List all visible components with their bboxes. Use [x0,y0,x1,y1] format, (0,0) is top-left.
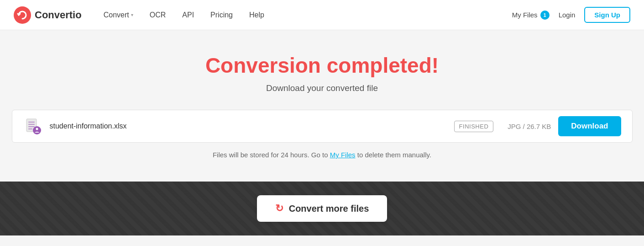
logo-icon [14,6,31,24]
status-badge: FINISHED [454,121,494,132]
my-files-label: My Files [512,11,538,19]
nav: Convert ▾ OCR API Pricing Help [95,0,512,30]
file-icon-area [23,117,42,136]
signup-button[interactable]: Sign Up [584,7,630,23]
refresh-icon: ↻ [275,203,283,214]
storage-note-text-before: Files will be stored for 24 hours. Go to [213,151,330,159]
main-content: Conversion completed! Download your conv… [0,30,644,182]
file-card: student-information.xlsx FINISHED JPG / … [12,110,633,143]
login-button[interactable]: Login [559,11,576,19]
header: Convertio Convert ▾ OCR API Pricing Help… [0,0,644,30]
logo-text: Convertio [35,9,82,21]
download-button[interactable]: Download [558,116,621,136]
file-type-icon [25,118,41,134]
svg-point-8 [36,128,38,130]
svg-rect-6 [28,128,32,129]
convert-more-label: Convert more files [289,203,369,214]
svg-rect-4 [28,124,35,125]
completion-subtitle: Download your converted file [9,83,635,93]
my-files-link[interactable]: My Files [330,151,356,159]
svg-rect-5 [28,126,35,127]
nav-item-pricing[interactable]: Pricing [202,0,241,30]
svg-point-7 [33,126,41,134]
svg-rect-3 [28,122,35,123]
nav-item-ocr[interactable]: OCR [141,0,174,30]
storage-note-text-after: to delete them manually. [356,151,431,159]
my-files-button[interactable]: My Files 1 [512,11,550,20]
file-info: JPG / 26.7 KB [501,123,551,130]
storage-note: Files will be stored for 24 hours. Go to… [12,143,633,168]
logo[interactable]: Convertio [14,6,82,24]
convert-more-button[interactable]: ↻ Convert more files [257,195,387,222]
svg-point-0 [14,6,31,24]
chevron-down-icon: ▾ [131,12,133,17]
completion-title: Conversion completed! [9,53,635,78]
file-name: student-information.xlsx [50,122,447,130]
bottom-bar: ↻ Convert more files [0,182,644,235]
header-right: My Files 1 Login Sign Up [512,7,630,23]
nav-item-convert[interactable]: Convert ▾ [95,0,141,30]
my-files-badge: 1 [540,11,550,20]
nav-item-api[interactable]: API [174,0,202,30]
nav-item-help[interactable]: Help [241,0,272,30]
